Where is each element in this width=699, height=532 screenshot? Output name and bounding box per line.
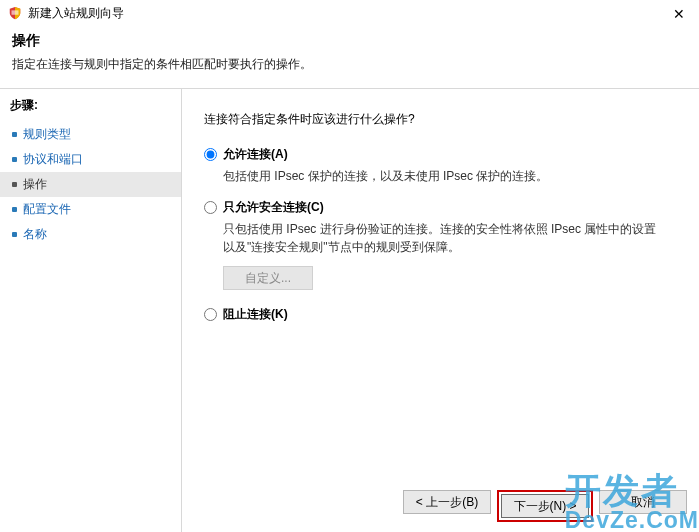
sidebar-item-rule-type[interactable]: 规则类型 — [0, 122, 181, 147]
sidebar-item-protocol-port[interactable]: 协议和端口 — [0, 147, 181, 172]
bullet-icon — [12, 182, 17, 187]
allow-desc: 包括使用 IPsec 保护的连接，以及未使用 IPsec 保护的连接。 — [223, 167, 663, 185]
page-subtitle: 指定在连接与规则中指定的条件相匹配时要执行的操作。 — [12, 56, 687, 73]
content-panel: 连接符合指定条件时应该进行什么操作? 允许连接(A) 包括使用 IPsec 保护… — [182, 89, 699, 532]
customize-button: 自定义... — [223, 266, 313, 290]
steps-sidebar: 步骤: 规则类型 协议和端口 操作 配置文件 名称 — [0, 89, 182, 532]
cancel-button[interactable]: 取消 — [599, 490, 687, 514]
close-button[interactable]: ✕ — [669, 4, 689, 24]
bullet-icon — [12, 207, 17, 212]
sidebar-item-label: 操作 — [23, 176, 47, 193]
radio-block-label: 阻止连接(K) — [223, 306, 288, 323]
allow-secure-desc: 只包括使用 IPsec 进行身份验证的连接。连接的安全性将依照 IPsec 属性… — [223, 220, 663, 256]
titlebar: 新建入站规则向导 ✕ — [0, 0, 699, 26]
sidebar-item-label: 协议和端口 — [23, 151, 83, 168]
radio-allow-secure[interactable] — [204, 201, 217, 214]
option-allow-secure: 只允许安全连接(C) 只包括使用 IPsec 进行身份验证的连接。连接的安全性将… — [204, 199, 677, 290]
page-title: 操作 — [12, 32, 687, 50]
sidebar-item-label: 名称 — [23, 226, 47, 243]
sidebar-item-label: 配置文件 — [23, 201, 71, 218]
option-allow: 允许连接(A) 包括使用 IPsec 保护的连接，以及未使用 IPsec 保护的… — [204, 146, 677, 185]
sidebar-item-profile[interactable]: 配置文件 — [0, 197, 181, 222]
bullet-icon — [12, 132, 17, 137]
close-icon: ✕ — [673, 6, 685, 22]
radio-block[interactable] — [204, 308, 217, 321]
radio-allow-label: 允许连接(A) — [223, 146, 288, 163]
sidebar-item-label: 规则类型 — [23, 126, 71, 143]
shield-icon — [8, 6, 22, 20]
radio-block-row[interactable]: 阻止连接(K) — [204, 306, 677, 323]
question-text: 连接符合指定条件时应该进行什么操作? — [204, 111, 677, 128]
back-button[interactable]: < 上一步(B) — [403, 490, 491, 514]
svg-rect-0 — [12, 10, 19, 14]
radio-allow-secure-row[interactable]: 只允许安全连接(C) — [204, 199, 677, 216]
bullet-icon — [12, 157, 17, 162]
wizard-header: 操作 指定在连接与规则中指定的条件相匹配时要执行的操作。 — [0, 26, 699, 83]
sidebar-item-action[interactable]: 操作 — [0, 172, 181, 197]
radio-allow-secure-label: 只允许安全连接(C) — [223, 199, 324, 216]
sidebar-item-name[interactable]: 名称 — [0, 222, 181, 247]
steps-heading: 步骤: — [0, 95, 181, 122]
option-block-conn: 阻止连接(K) — [204, 306, 677, 323]
radio-allow-row[interactable]: 允许连接(A) — [204, 146, 677, 163]
next-highlight-box: 下一步(N) > — [497, 490, 593, 522]
wizard-footer: < 上一步(B) 下一步(N) > 取消 — [403, 490, 687, 522]
radio-allow[interactable] — [204, 148, 217, 161]
window-title: 新建入站规则向导 — [28, 5, 124, 22]
bullet-icon — [12, 232, 17, 237]
next-button[interactable]: 下一步(N) > — [501, 494, 589, 518]
